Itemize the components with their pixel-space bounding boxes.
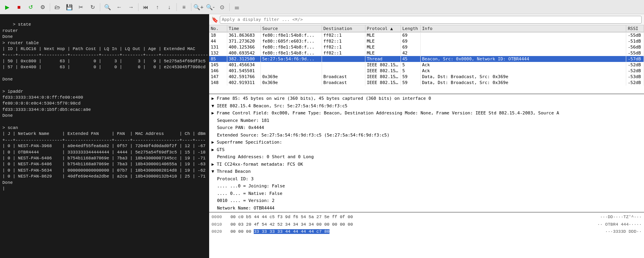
options-button[interactable]: ⚙: [37, 2, 48, 13]
col-header-no[interactable]: No.: [209, 25, 227, 32]
table-cell: IEEE 802.15.4: [365, 80, 401, 86]
zoom-out-button[interactable]: 🔍-: [205, 2, 216, 13]
hex-dump-panel[interactable]: 000000 c0 b5 44 44 c5 f3 9d f6 54 5a 27 …: [209, 213, 644, 258]
table-row[interactable]: 131400.125366fe80::f8e1:54b8:f...ff02::1…: [209, 44, 644, 50]
table-row[interactable]: 148402.9193110x369eBroadcastIEEE 802.15.…: [209, 80, 644, 86]
detail-line[interactable]: GTS: [209, 146, 644, 154]
table-row[interactable]: 44371.273620fe80::605f:e603:f...ff02::1M…: [209, 38, 644, 44]
zoom-in-button[interactable]: 🔍+: [193, 2, 204, 13]
table-cell: Data, Dst: Broadcast, Src: 0x369e: [420, 74, 626, 80]
table-cell: fe80::605f:e603:f...: [260, 38, 322, 44]
stop-capture-button[interactable]: ■: [13, 2, 24, 13]
go-to-next-button[interactable]: ↓: [164, 2, 175, 13]
table-cell: ff02::1: [322, 44, 365, 50]
close-file-button[interactable]: ✂: [75, 2, 86, 13]
detail-line[interactable]: 0010 .... = Version: 2: [209, 197, 644, 205]
table-cell: 147: [209, 74, 227, 80]
table-cell: 401.545501: [227, 68, 260, 74]
detail-line[interactable]: Thread Beacon: [209, 168, 644, 176]
hex-row: 002000 00 00 33 33 33 33 44 44 44 44 c7 …: [212, 228, 642, 236]
table-cell: 5: [401, 62, 420, 68]
restart-capture-button[interactable]: ↺: [25, 2, 36, 13]
table-row[interactable]: 147402.5917660x369eBroadcastIEEE 802.15.…: [209, 74, 644, 80]
table-cell: ff02::1: [322, 38, 365, 44]
zoom-reset-button[interactable]: ⊙: [217, 2, 228, 13]
col-header-rssi[interactable]: RSSI: [626, 25, 644, 32]
table-cell: fe80::f8e1:54b8:f...: [260, 44, 322, 50]
detail-line[interactable]: Protocol ID: 3: [209, 176, 644, 183]
filter-input[interactable]: [220, 16, 642, 24]
table-cell: -57dB: [626, 56, 644, 62]
colorize-button[interactable]: ≡: [178, 2, 189, 13]
col-header-length[interactable]: Length: [401, 25, 420, 32]
table-cell: 44: [209, 38, 227, 44]
detail-line[interactable]: Superframe Specification:: [209, 139, 644, 146]
reload-button[interactable]: ↻: [87, 2, 98, 13]
packet-list[interactable]: No. Time Source Destination Protocol ▲ L…: [209, 25, 644, 94]
terminal-content: > state router Done > router table | ID …: [2, 22, 208, 191]
table-cell: 145: [209, 62, 227, 68]
detail-line[interactable]: Extended Source: 5e:27:5a:54:f6:9d:f3:c5…: [209, 132, 644, 139]
table-cell: 131: [209, 44, 227, 50]
hex-offset: 0020: [212, 228, 226, 235]
table-cell: MLE: [365, 32, 401, 39]
detail-line[interactable]: IEEE 802.15.4 Beacon, Src: 5e:27:5a:54:f…: [209, 103, 644, 110]
open-file-button[interactable]: 🗁: [52, 2, 63, 13]
table-cell: 0x369e: [260, 80, 322, 86]
detail-line[interactable]: Source PAN: 0x4444: [209, 124, 644, 132]
table-cell: [322, 62, 365, 68]
hex-row: 001000 03 20 4f 54 42 52 34 34 34 34 00 …: [212, 221, 642, 228]
table-cell: -52dB: [626, 62, 644, 68]
go-to-prev-button[interactable]: ↑: [152, 2, 163, 13]
col-header-source[interactable]: Source: [260, 25, 322, 32]
col-header-destination[interactable]: Destination: [322, 25, 365, 32]
detail-line[interactable]: Sequence Number: 181: [209, 117, 644, 125]
detail-line[interactable]: Pending Addresses: 0 Short and 0 Long: [209, 153, 644, 161]
table-cell: ff02::1: [322, 50, 365, 56]
terminal-panel[interactable]: > state router Done > router table | ID …: [0, 14, 209, 258]
col-header-time[interactable]: Time: [227, 25, 260, 32]
table-cell: 402.919311: [227, 80, 260, 86]
packet-detail-panel[interactable]: Frame 85: 45 bytes on wire (360 bits), 4…: [209, 94, 644, 213]
col-header-info[interactable]: Info: [420, 25, 626, 32]
go-forward-button[interactable]: →: [125, 2, 137, 13]
detail-line[interactable]: Frame Control Field: 0xc000, Frame Type:…: [209, 110, 644, 117]
table-cell: -52dB: [626, 80, 644, 86]
table-cell: Broadcast: [322, 80, 365, 86]
find-button[interactable]: 🔍: [102, 2, 113, 13]
columns-button[interactable]: ⚌: [231, 2, 242, 13]
table-cell: -52dB: [626, 68, 644, 74]
table-cell: ff02::1: [322, 32, 365, 39]
table-row[interactable]: 18361.863683fe80::f8e1:54b8:f...ff02::1M…: [209, 32, 644, 39]
detail-line[interactable]: Frame 85: 45 bytes on wire (360 bits), 4…: [209, 95, 644, 103]
table-cell: [260, 68, 322, 74]
separator-3: [138, 3, 139, 11]
detail-line[interactable]: TI CC24xx-format metadata: FCS OK: [209, 161, 644, 168]
filter-bar: 🔖: [209, 14, 644, 25]
table-cell: Thread: [365, 56, 401, 62]
col-header-protocol[interactable]: Protocol ▲: [365, 25, 401, 32]
table-cell: 59: [401, 80, 420, 86]
detail-line[interactable]: .... 0... = Native: False: [209, 190, 644, 198]
table-cell: MLE: [365, 50, 401, 56]
save-file-button[interactable]: 💾: [64, 2, 75, 13]
separator-2: [100, 3, 100, 11]
table-cell: -56dB: [626, 44, 644, 50]
go-to-first-button[interactable]: ⏮: [140, 2, 151, 13]
table-cell: [420, 50, 626, 56]
table-cell: 45: [401, 56, 420, 62]
go-back-button[interactable]: ←: [114, 2, 125, 13]
table-row[interactable]: 146401.545501IEEE 802.15.45Ack-52dB: [209, 68, 644, 74]
table-row[interactable]: 145401.456634IEEE 802.15.45Ack-52dB: [209, 62, 644, 68]
table-cell: IEEE 802.15.4: [365, 62, 401, 68]
detail-line[interactable]: .... ...0 = Joining: False: [209, 183, 644, 190]
detail-line[interactable]: Network Name: OTBR4444: [209, 205, 644, 212]
table-cell: [420, 32, 626, 39]
start-capture-button[interactable]: ▶: [2, 2, 13, 13]
table-cell: fe80::f8e1:54b8:f...: [260, 32, 322, 39]
table-row[interactable]: 132400.693542fe80::f8e1:54b8:f...ff02::1…: [209, 50, 644, 56]
hex-ascii: ···3333D DDD··: [605, 228, 642, 235]
table-cell: 85: [209, 56, 227, 62]
table-cell: MLE: [365, 38, 401, 44]
table-row[interactable]: 85382.3125005e:27:5a:54:f6:9d...Thread45…: [209, 56, 644, 62]
